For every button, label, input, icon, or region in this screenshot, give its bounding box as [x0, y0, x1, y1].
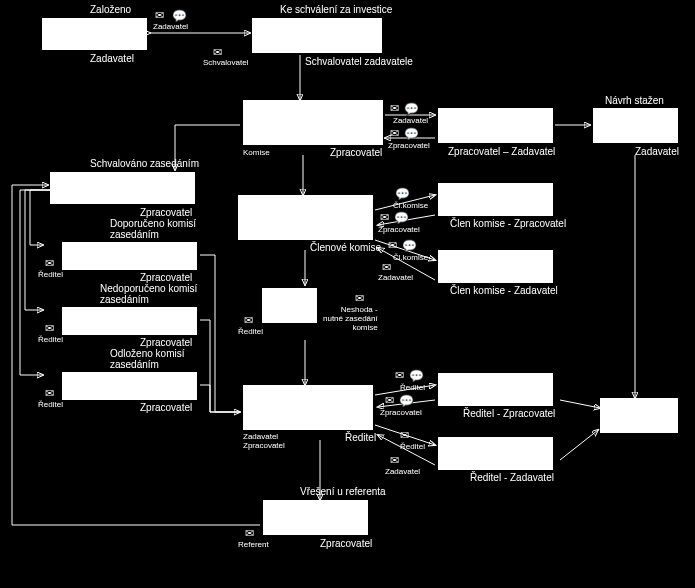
- node-navrh-role: Zadavatel: [635, 146, 679, 157]
- node-keschvaleni-iconnote: Schvalovatel: [203, 58, 248, 67]
- edge-clkomise2: Čl.komise: [393, 253, 428, 262]
- speech-icon: 💬: [409, 370, 424, 382]
- edge-reditel2: Ředitel: [400, 442, 425, 451]
- envelope-icon: ✉: [380, 212, 389, 223]
- node-reditel: [243, 385, 373, 430]
- envelope-icon: ✉: [45, 388, 54, 399]
- node-doporuceno-role: Zpracovatel: [140, 272, 192, 283]
- node-odlozeno: [62, 372, 197, 400]
- envelope-icon: ✉: [155, 10, 164, 21]
- odlozeno-left: Ředitel: [38, 400, 63, 409]
- node-zpracovatel: [243, 100, 383, 145]
- node-navrh-title: Návrh stažen: [605, 95, 664, 106]
- envelope-icon: ✉: [390, 455, 399, 466]
- node-zalozeno-iconnote: Zadavatel: [153, 22, 188, 31]
- edge-zpracovatel: Zpracovatel: [388, 141, 430, 150]
- envelope-icon: ✉: [355, 293, 364, 304]
- envelope-icon: ✉: [45, 258, 54, 269]
- node-reditel-role: Ředitel: [345, 432, 376, 443]
- node-nedoporuceno-title: Nedoporučeno komisí zasedáním: [100, 283, 197, 305]
- node-zpracovatel-iconnote: Komise: [243, 148, 270, 157]
- node-zpraczadav: [438, 108, 553, 143]
- neshoda-left: Ředitel: [238, 327, 263, 336]
- edge-zadavatel: Zadavatel: [393, 116, 428, 125]
- node-schvalovano-title: Schvalováno zasedáním: [90, 158, 199, 169]
- referent-left: Referent: [238, 540, 269, 549]
- node-nedoporuceno-role: Zpracovatel: [140, 337, 192, 348]
- speech-icon: 💬: [172, 10, 187, 22]
- node-keschvaleni: [252, 18, 382, 53]
- edge-zpracovatel2: Zpracovatel: [378, 225, 420, 234]
- node-reditelzprac: [438, 373, 553, 406]
- nedoporuceno-left: Ředitel: [38, 335, 63, 344]
- envelope-icon: ✉: [245, 528, 254, 539]
- node-odlozeno-title: Odloženo komisí zasedáním: [110, 348, 184, 370]
- speech-icon: 💬: [402, 240, 417, 252]
- speech-icon: 💬: [399, 395, 414, 407]
- envelope-icon: ✉: [385, 395, 394, 406]
- node-referent-title: Vřešení u referenta: [300, 486, 386, 497]
- node-zalozeno-title: Založeno: [90, 4, 131, 15]
- node-referent: [263, 500, 368, 535]
- envelope-icon: ✉: [246, 137, 255, 148]
- envelope-icon: ✉: [388, 240, 397, 251]
- node-clkomzadav-role: Člen komise - Zadavatel: [450, 285, 558, 296]
- edge-clkomise: Čl.komise: [393, 201, 428, 210]
- node-odlozeno-role: Zpracovatel: [140, 402, 192, 413]
- envelope-icon: ✉: [382, 262, 391, 273]
- node-keschvaleni-title: Ke schválení za investice: [280, 4, 392, 15]
- node-navrh: [593, 108, 678, 143]
- envelope-icon: ✉: [395, 370, 404, 381]
- node-zalozeno: [42, 18, 147, 50]
- node-reditelzadav-role: Ředitel - Zadavatel: [470, 472, 554, 483]
- node-keschvaleni-role: Schvalovatel zadavatele: [305, 56, 413, 67]
- edge-zadavatel2: Zadavatel: [378, 273, 413, 282]
- node-schvalovano: [50, 172, 195, 204]
- node-reditelzprac-role: Ředitel - Zpracovatel: [463, 408, 555, 419]
- envelope-icon: ✉: [45, 323, 54, 334]
- reditel-left: Zadavatel Zpracovatel: [243, 432, 285, 450]
- envelope-icon: ✉: [390, 128, 399, 139]
- node-clenove: [238, 195, 373, 240]
- svg-line-18: [560, 400, 600, 408]
- node-clkomzadav: [438, 250, 553, 283]
- svg-line-19: [560, 430, 598, 460]
- node-zalozeno-role: Zadavatel: [90, 53, 134, 64]
- node-neshoda-box: [262, 288, 317, 323]
- node-zpracovatel-role: Zpracovatel: [330, 147, 382, 158]
- node-reditelzadav: [438, 437, 553, 470]
- edge-zadavatel3: Zadavatel: [385, 467, 420, 476]
- node-nedoporuceno: [62, 307, 197, 335]
- envelope-icon: ✉: [244, 315, 253, 326]
- speech-icon: 💬: [395, 188, 410, 200]
- node-doporuceno: [62, 242, 197, 270]
- node-referent-role: Zpracovatel: [320, 538, 372, 549]
- node-clkomzprac: [438, 183, 553, 216]
- node-zpraczadav-role: Zpracovatel – Zadavatel: [448, 146, 555, 157]
- node-clkomzprac-role: Člen komise - Zpracovatel: [450, 218, 566, 229]
- speech-icon: 💬: [394, 212, 409, 224]
- node-doporuceno-title: Doporučeno komisí zasedáním: [110, 218, 196, 240]
- neshoda-note: Neshoda - nutné zasedání komise: [323, 305, 378, 332]
- node-bottomright: [600, 398, 678, 433]
- doporuceno-left: Ředitel: [38, 270, 63, 279]
- node-schvalovano-role: Zpracovatel: [140, 207, 192, 218]
- node-clenove-role: Členové komise: [310, 242, 381, 253]
- speech-icon: 💬: [404, 103, 419, 115]
- envelope-icon: ✉: [390, 103, 399, 114]
- envelope-icon: ✉: [213, 47, 222, 58]
- speech-icon: 💬: [404, 128, 419, 140]
- edge-reditel: Ředitel: [400, 383, 425, 392]
- workflow-diagram: Založeno ✉ 💬 Zadavatel Zadavatel Ke schv…: [0, 0, 695, 588]
- envelope-icon: ✉: [400, 430, 409, 441]
- edge-zpracovatel3: Zpracovatel: [380, 408, 422, 417]
